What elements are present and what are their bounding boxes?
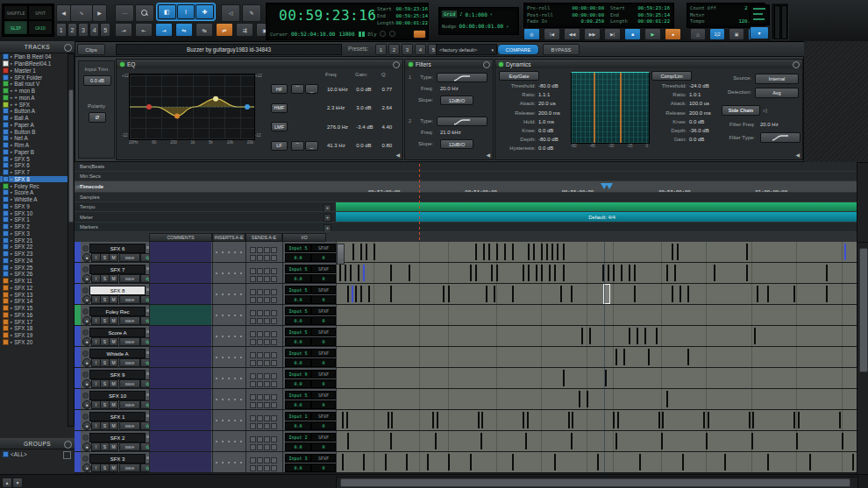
sends-cell[interactable] (245, 326, 281, 346)
track-list-item[interactable]: ▸ Net A (0, 135, 75, 142)
comp-lim-param[interactable]: Ratio: 1.0:1 (650, 90, 720, 99)
eq-band-gain[interactable]: 3.0 dB (356, 105, 381, 110)
input-path-selector[interactable]: Input 5 (285, 391, 311, 400)
track-color-bar[interactable] (75, 284, 81, 304)
exp-gate-param[interactable]: Knee: 0.0 dB (497, 126, 567, 135)
track-list-item[interactable]: ▸ Paper A (0, 122, 75, 129)
output-path-selector[interactable]: SFXF (311, 307, 336, 315)
tracks-menu-icon[interactable] (64, 44, 72, 52)
comments-cell[interactable] (149, 347, 211, 367)
mute-button[interactable]: M (109, 358, 118, 367)
timecode-clock-icon[interactable]: ◷▾ (75, 184, 82, 189)
sends-cell[interactable] (245, 242, 281, 262)
track-edit-lane[interactable] (336, 410, 868, 430)
input-path-selector[interactable]: Input 3 (285, 454, 311, 463)
zoom-in-button[interactable]: ▶ (92, 4, 107, 22)
scrubber-tool-button[interactable]: ◁ (221, 4, 240, 22)
track-color-bar[interactable] (75, 347, 81, 367)
pan-indicator[interactable]: 0 (311, 421, 336, 430)
mute-button[interactable]: M (109, 253, 118, 262)
scroll-down-button[interactable]: ▼ (12, 477, 23, 488)
volume-indicator[interactable]: 0.0 (285, 337, 311, 346)
detection-button[interactable]: Avg (755, 88, 799, 98)
comp-lim-param[interactable]: Gain: 0.0 dB (650, 135, 720, 144)
eq-band-q[interactable]: 4.40 (381, 124, 399, 130)
track-list-item[interactable]: ▸ SFX 22 (0, 244, 75, 251)
dynamics-power-led[interactable] (499, 62, 503, 67)
track-name[interactable]: SFX 9 (89, 370, 146, 379)
expand-transport-button[interactable]: ▾ (750, 26, 769, 39)
transport-button[interactable]: ◎ (523, 28, 540, 40)
output-path-selector[interactable]: SFXF (311, 433, 336, 442)
compare-button[interactable]: COMPARE (497, 44, 539, 55)
horizontal-scrollbar-thumb[interactable] (340, 478, 850, 487)
vertical-scrollbar-thumb[interactable] (859, 248, 868, 372)
track-view-selector[interactable]: wave (119, 421, 140, 430)
output-path-selector[interactable]: SFXF (311, 349, 336, 357)
preset-number-button[interactable]: 1 (375, 44, 387, 55)
input-path-selector[interactable]: Input 5 (285, 286, 311, 294)
zoom-preset-button[interactable]: 4 (89, 23, 100, 37)
sends-cell[interactable] (245, 431, 281, 451)
sends-cell[interactable] (245, 263, 281, 283)
output-path-selector[interactable]: SFXF (311, 391, 336, 400)
track-view-selector[interactable]: wave (119, 379, 140, 388)
sends-cell[interactable] (245, 452, 281, 472)
transport-button[interactable]: ● (665, 28, 681, 40)
track-playlist-button[interactable]: ● (82, 337, 91, 346)
waveform-zoom-button[interactable]: ∿ (70, 4, 93, 22)
track-color-bar[interactable] (75, 326, 81, 346)
eq-band-enable-button[interactable]: LF (271, 141, 288, 151)
transport-button[interactable]: ▶▶ (584, 28, 601, 40)
bars-beats-ruler[interactable]: Bars|Beats 15051537156916011633166516971… (75, 162, 868, 172)
comp-lim-button[interactable]: Comp/Lim (651, 71, 692, 81)
roll-field[interactable]: Post-roll 00:00:00:00 (527, 12, 604, 19)
pan-indicator[interactable]: 0 (311, 463, 336, 472)
track-list-item[interactable]: ▸ Foley Rec (0, 182, 75, 189)
comp-lim-param[interactable]: Release: 200.0 ms (650, 109, 720, 117)
volume-indicator[interactable]: 0.0 (285, 463, 311, 472)
counter-options-button[interactable] (413, 30, 426, 39)
inserts-cell[interactable] (212, 410, 245, 430)
group-list-item[interactable]: <ALL> (0, 449, 75, 459)
comments-cell[interactable] (149, 284, 211, 304)
track-list-scrollbar[interactable] (68, 53, 75, 427)
main-counter-value[interactable]: 00:59:23:16 (279, 7, 376, 24)
exp-gate-param[interactable]: Hold: 1.0 ms (497, 117, 567, 126)
transport-button[interactable]: ▶ (644, 28, 661, 40)
comp-lim-param[interactable]: Knee: 0.0 dB (650, 117, 720, 126)
samples-ruler[interactable]: Samples 14400000014688000014976000015264… (75, 193, 868, 202)
record-enable-button[interactable] (82, 414, 89, 420)
pan-indicator[interactable]: 0 (311, 295, 336, 304)
eq-band-enable-button[interactable]: HMF (271, 103, 288, 113)
track-list-item[interactable]: ▸ SFX 14 (0, 298, 75, 305)
sends-column-header[interactable]: SENDS A-E (245, 233, 282, 242)
eq-target-icon[interactable] (393, 61, 400, 68)
scroll-up-button[interactable]: ▲ (2, 477, 12, 488)
meter-ruler[interactable]: Meter Default: 4/4 + (75, 212, 868, 223)
sends-cell[interactable] (245, 410, 281, 430)
track-view-selector[interactable]: wave (119, 274, 140, 283)
eq-band-q[interactable]: 0.80 (381, 143, 399, 148)
edit-option-button[interactable]: ↹ (196, 23, 213, 37)
track-playlist-button[interactable]: ● (82, 379, 91, 388)
track-list-item[interactable]: ▸ SFX 3 (0, 230, 75, 237)
exp-gate-param[interactable]: Attack: 20.0 us (497, 99, 567, 108)
pan-indicator[interactable]: 0 (311, 337, 336, 346)
track-edit-lane[interactable] (336, 347, 868, 367)
playhead-marker[interactable] (601, 183, 611, 191)
zoom-preset-button[interactable]: 5 (100, 23, 110, 37)
clip-name-field[interactable]: Buzzer by guitarguy1983 id-34843 (116, 44, 342, 55)
input-path-selector[interactable]: Input 1 (285, 412, 311, 421)
record-enable-button[interactable] (82, 393, 89, 399)
volume-indicator[interactable]: 0.0 (285, 274, 311, 283)
track-edit-lane[interactable] (336, 242, 868, 262)
comp-lim-param[interactable]: Attack: 100.0 us (650, 99, 720, 108)
track-view-selector[interactable]: wave (119, 400, 140, 409)
inserts-cell[interactable] (212, 263, 245, 283)
track-list-item[interactable]: ▸ Ball A (0, 115, 75, 122)
input-trim-value[interactable]: 0.0 dB (83, 75, 111, 86)
track-list-item[interactable]: ▸ Whistle A (0, 196, 75, 203)
track-color-bar[interactable] (75, 389, 81, 409)
track-list-item[interactable]: ▸ SFX 5 (0, 155, 75, 162)
